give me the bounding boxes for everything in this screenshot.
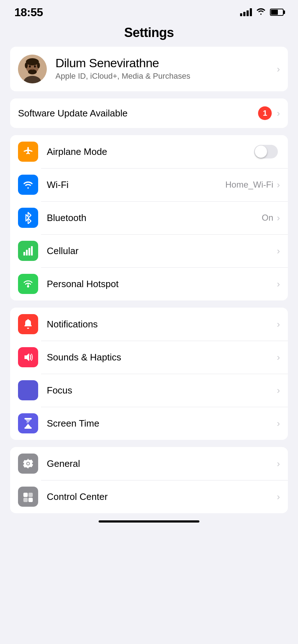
cellular-icon-bg — [18, 241, 38, 261]
notifications-chevron: › — [277, 319, 280, 330]
controlcenter-icon-bg — [18, 487, 38, 507]
status-icons — [240, 8, 284, 17]
status-time: 18:55 — [14, 6, 43, 19]
software-update-card[interactable]: Software Update Available 1 › — [10, 98, 288, 128]
general-icon-bg — [18, 454, 38, 474]
svg-rect-16 — [24, 418, 32, 419]
hotspot-chevron: › — [277, 279, 280, 290]
svg-point-6 — [28, 69, 37, 74]
svg-rect-11 — [26, 250, 28, 256]
bluetooth-value: On — [262, 213, 273, 223]
wifi-icon-bg — [18, 175, 38, 195]
cellular-label: Cellular — [47, 245, 277, 257]
airplane-mode-toggle[interactable] — [254, 145, 278, 158]
cellular-row[interactable]: Cellular › — [10, 234, 288, 267]
svg-rect-22 — [28, 493, 33, 497]
gear-icon — [22, 458, 34, 469]
wifi-chevron: › — [277, 179, 280, 190]
focus-chevron: › — [277, 385, 280, 396]
svg-point-4 — [25, 63, 28, 68]
page-title: Settings — [0, 22, 298, 47]
profile-chevron: › — [277, 64, 280, 75]
battery-icon — [270, 9, 284, 16]
airplane-mode-icon-bg — [18, 142, 38, 162]
svg-point-7 — [29, 65, 31, 68]
svg-point-9 — [31, 69, 33, 70]
update-badge: 1 — [258, 106, 272, 120]
hourglass-icon — [24, 418, 32, 429]
notifications-row[interactable]: Notifications › — [10, 308, 288, 341]
general-chevron: › — [277, 458, 280, 469]
profile-info: Dilum Senevirathne Apple ID, iCloud+, Me… — [55, 56, 277, 82]
wifi-value: Home_Wi-Fi — [225, 180, 273, 190]
profile-name: Dilum Senevirathne — [55, 56, 277, 70]
bluetooth-row[interactable]: Bluetooth On › — [10, 201, 288, 234]
svg-marker-15 — [24, 353, 29, 361]
airplane-mode-row[interactable]: Airplane Mode — [10, 135, 288, 168]
avatar — [18, 55, 47, 83]
notifications-icon-bg — [18, 314, 38, 334]
moon-icon — [23, 385, 33, 396]
notifications-section: Notifications › Sounds & Haptics › Focus… — [10, 308, 288, 440]
screentime-row[interactable]: Screen Time › — [10, 407, 288, 440]
hotspot-icon-bg — [18, 274, 38, 294]
home-indicator — [99, 520, 199, 523]
wifi-row[interactable]: Wi-Fi Home_Wi-Fi › — [10, 168, 288, 201]
focus-icon-bg — [18, 380, 38, 400]
update-chevron: › — [277, 108, 280, 119]
sound-icon — [22, 351, 34, 363]
bluetooth-icon-bg — [18, 208, 38, 228]
controlcenter-label: Control Center — [47, 491, 277, 502]
sliders-icon — [23, 491, 33, 502]
focus-row[interactable]: Focus › — [10, 374, 288, 407]
svg-rect-13 — [31, 246, 33, 256]
svg-point-8 — [34, 65, 36, 68]
connectivity-section: Airplane Mode Wi-Fi Home_Wi-Fi › Bluetoo… — [10, 135, 288, 300]
screentime-chevron: › — [277, 418, 280, 429]
cellular-chevron: › — [277, 245, 280, 257]
bluetooth-icon — [24, 212, 32, 224]
wifi-label: Wi-Fi — [47, 179, 225, 190]
notifications-label: Notifications — [47, 319, 277, 330]
sounds-icon-bg — [18, 347, 38, 367]
svg-point-20 — [27, 463, 29, 465]
svg-point-5 — [37, 63, 40, 68]
profile-subtitle: Apple ID, iCloud+, Media & Purchases — [55, 71, 277, 82]
svg-rect-10 — [23, 252, 25, 256]
wifi-row-icon — [22, 180, 34, 189]
general-section: General › Control Center › — [10, 447, 288, 513]
toggle-knob — [255, 146, 267, 158]
svg-point-3 — [26, 58, 39, 65]
controlcenter-chevron: › — [277, 491, 280, 502]
hotspot-row[interactable]: Personal Hotspot › — [10, 267, 288, 300]
screentime-icon-bg — [18, 413, 38, 433]
sounds-row[interactable]: Sounds & Haptics › — [10, 341, 288, 374]
airplane-icon — [22, 146, 34, 157]
cellular-icon — [23, 245, 33, 256]
bluetooth-label: Bluetooth — [47, 212, 262, 224]
general-label: General — [47, 458, 277, 469]
svg-rect-24 — [28, 498, 33, 502]
screentime-label: Screen Time — [47, 418, 277, 429]
general-row[interactable]: General › — [10, 447, 288, 480]
profile-row[interactable]: Dilum Senevirathne Apple ID, iCloud+, Me… — [10, 47, 288, 91]
bluetooth-chevron: › — [277, 212, 280, 224]
focus-label: Focus — [47, 385, 277, 396]
sounds-label: Sounds & Haptics — [47, 352, 277, 363]
profile-card[interactable]: Dilum Senevirathne Apple ID, iCloud+, Me… — [10, 47, 288, 91]
hotspot-icon — [23, 279, 33, 289]
update-row[interactable]: Software Update Available 1 › — [10, 98, 288, 128]
svg-rect-23 — [23, 498, 28, 502]
svg-rect-17 — [24, 427, 32, 429]
svg-rect-21 — [23, 493, 28, 497]
controlcenter-row[interactable]: Control Center › — [10, 480, 288, 513]
wifi-status-icon — [256, 8, 266, 17]
signal-icon — [240, 8, 252, 16]
bell-icon — [23, 318, 33, 330]
sounds-chevron: › — [277, 352, 280, 363]
svg-rect-12 — [28, 248, 30, 256]
airplane-mode-label: Airplane Mode — [47, 146, 254, 157]
hotspot-label: Personal Hotspot — [47, 279, 277, 290]
status-bar: 18:55 — [0, 0, 298, 22]
update-label: Software Update Available — [18, 108, 258, 119]
